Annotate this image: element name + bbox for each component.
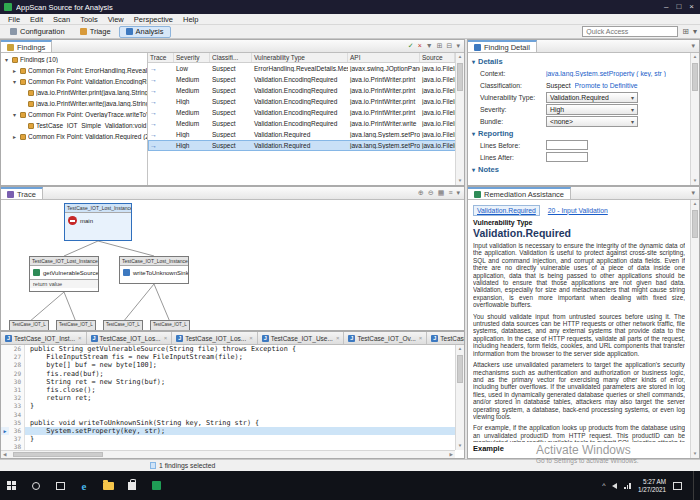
menu-item[interactable]: Perspective	[129, 14, 178, 25]
column-header[interactable]: Classifi...	[210, 53, 252, 62]
column-header[interactable]: Vulnerability Type	[252, 53, 348, 62]
details-section-header[interactable]: ▾ Details	[472, 55, 686, 67]
perspective-tab[interactable]: Triage	[73, 26, 118, 38]
promote-to-definitive-link[interactable]: Promote to Definitive	[575, 82, 638, 89]
code-line[interactable]: ▶ 36 System.setProperty(key, str);	[1, 427, 455, 435]
twistie-icon[interactable]: ▸	[11, 133, 18, 140]
trace-node-stub[interactable]: TestCase_IOT_L	[103, 320, 143, 330]
code-line[interactable]: 28 byte[] buf = new byte[100];	[1, 361, 455, 369]
trace-node-source[interactable]: TestCase_IOT_Lost_Instance getVulnerable…	[29, 256, 99, 292]
quick-access-input[interactable]	[582, 26, 678, 37]
editor-tab[interactable]: J TestCase_IOT_Use... ×	[258, 332, 345, 344]
action-center-icon[interactable]	[673, 482, 682, 490]
editor-tab[interactable]: J TestCase_IOT_Los... ×	[172, 332, 258, 344]
column-header[interactable]: Source	[420, 53, 455, 62]
finding-tree-item[interactable]: java.io.PrintWriter.write(java.lang.Stri…	[1, 98, 147, 109]
file-explorer-button[interactable]	[96, 471, 120, 500]
open-perspective-icon[interactable]: ⊞	[682, 27, 689, 37]
view-menu-icon[interactable]: ▾	[456, 42, 460, 50]
column-header[interactable]: API	[348, 53, 420, 62]
tab-close-icon[interactable]: ×	[78, 335, 82, 341]
zoom-out-icon[interactable]: ⊖	[428, 189, 434, 197]
severity-select[interactable]: High ▾	[546, 104, 638, 115]
twistie-icon[interactable]: ▾	[11, 78, 18, 85]
view-menu-icon[interactable]: ▾	[693, 27, 697, 37]
finding-tree-item[interactable]: java.io.PrintWriter.print(java.lang.Stri…	[1, 87, 147, 98]
search-button[interactable]	[24, 471, 48, 500]
scrollbar-thumb[interactable]	[13, 452, 103, 457]
show-desktop-button[interactable]	[693, 471, 696, 500]
editor-hscrollbar[interactable]: ◀ ▶	[1, 450, 455, 458]
vulnerability-type-select[interactable]: Validation.Required ▾	[546, 92, 638, 103]
finding-tree-item[interactable]: TestCase_IOT_Simple_Validation:void (4)	[1, 120, 147, 131]
code-line[interactable]: 33 }	[1, 402, 455, 410]
table-scrollbar[interactable]: ▲ ▼	[455, 53, 464, 185]
detail-scrollbar[interactable]: ▲ ▼	[690, 53, 699, 185]
twistie-icon[interactable]: ▸	[11, 67, 18, 74]
scrollbar-thumb[interactable]	[692, 210, 698, 238]
scroll-left-icon[interactable]: ◀	[3, 451, 6, 459]
remediation-topic-link[interactable]: Validation.Required	[473, 205, 540, 216]
view-menu-icon[interactable]: ▾	[456, 189, 460, 197]
code-line[interactable]: 37 }	[1, 435, 455, 443]
bundle-select[interactable]: <none> ▾	[546, 116, 638, 127]
view-menu-icon[interactable]: ▾	[691, 42, 695, 50]
finding-row[interactable]: → Medium Suspect Validation.EncodingRequ…	[148, 74, 464, 85]
editor-vscrollbar[interactable]: ▲ ▼	[455, 345, 464, 450]
finding-row[interactable]: → High Suspect Validation.EncodingRequir…	[148, 96, 464, 107]
code-line[interactable]: 35 public void writeToUnknownSink(String…	[1, 419, 455, 427]
scrollbar-thumb[interactable]	[692, 63, 698, 91]
scrollbar-thumb[interactable]	[457, 63, 463, 91]
finding-row[interactable]: → Medium Suspect Validation.EncodingRequ…	[148, 85, 464, 96]
finding-row[interactable]: → Medium Suspect Validation.EncodingRequ…	[148, 107, 464, 118]
menu-item[interactable]: View	[103, 14, 129, 25]
trace-node-main[interactable]: TestCase_IOT_Lost_Instance main	[64, 203, 132, 241]
trace-view-tab[interactable]: Trace	[1, 187, 43, 199]
store-button[interactable]	[120, 471, 144, 500]
speaker-icon[interactable]	[612, 483, 617, 489]
menu-item[interactable]: Scan	[48, 14, 75, 25]
editor-tab[interactable]: J TestCase_IOT_Si... ×	[427, 332, 464, 344]
scrollbar-thumb[interactable]	[457, 355, 463, 383]
trace-node-stub[interactable]: TestCase_IOT_L	[9, 320, 49, 330]
maximize-icon[interactable]: □	[676, 3, 681, 11]
fit-to-window-icon[interactable]: ▦	[438, 189, 445, 197]
finding-row[interactable]: → Low Suspect ErrorHandling.RevealDetail…	[148, 63, 464, 74]
editor-tab[interactable]: J TestCase_IOT_Ov... ×	[344, 332, 427, 344]
reporting-section-header[interactable]: ▾ Reporting	[472, 127, 686, 139]
editor-tab[interactable]: J TestCase_IOT_Inst... ×	[1, 332, 87, 344]
scroll-up-icon[interactable]: ▲	[691, 53, 699, 61]
view-menu-icon[interactable]: ▾	[691, 189, 695, 197]
context-link[interactable]: java.lang.System.setProperty ( key, str …	[546, 70, 666, 77]
lines-before-input[interactable]	[546, 140, 588, 150]
remediation-scrollbar[interactable]: ▲ ▼	[690, 200, 699, 458]
code-line[interactable]: 31 fis.close();	[1, 386, 455, 394]
close-icon[interactable]: ×	[689, 3, 694, 11]
trace-node-stub[interactable]: TestCase_IOT_L	[56, 320, 96, 330]
exclude-icon[interactable]: ×	[418, 42, 422, 50]
scroll-up-icon[interactable]: ▲	[456, 345, 464, 353]
notes-section-header[interactable]: ▾ Notes	[472, 163, 686, 175]
perspective-tab[interactable]: Analysis	[119, 26, 171, 38]
start-button[interactable]	[0, 471, 24, 500]
tab-close-icon[interactable]: ×	[419, 335, 423, 341]
code-line[interactable]: 32 return ret;	[1, 394, 455, 402]
finding-row[interactable]: → High Suspect Validation.Required java.…	[148, 140, 464, 151]
edge-button[interactable]: e	[72, 471, 96, 500]
finding-tree-item[interactable]: ▾ Common Fix Point: OverlayTrace.writeTo…	[1, 109, 147, 120]
remediation-view-tab[interactable]: Remediation Assistance	[468, 187, 571, 199]
layout-icon[interactable]: ≡	[448, 189, 452, 197]
scroll-down-icon[interactable]: ▼	[456, 177, 464, 185]
code-line[interactable]: 29 fis.read(buf);	[1, 370, 455, 378]
remediation-topic-link[interactable]: 20 - Input Validation	[548, 207, 608, 214]
code-line[interactable]: 34	[1, 411, 455, 419]
show-hidden-icons-button[interactable]: ^	[602, 482, 605, 489]
minimize-icon[interactable]: –	[664, 3, 668, 11]
network-icon[interactable]	[624, 482, 631, 489]
scroll-right-icon[interactable]: ▶	[450, 451, 453, 459]
code-line[interactable]: 30 String ret = new String(buf);	[1, 378, 455, 386]
tab-close-icon[interactable]: ×	[164, 335, 168, 341]
menu-item[interactable]: Help	[178, 14, 203, 25]
code-line[interactable]: 38	[1, 443, 455, 450]
finding-tree-item[interactable]: ▾ Findings (10)	[1, 54, 147, 65]
